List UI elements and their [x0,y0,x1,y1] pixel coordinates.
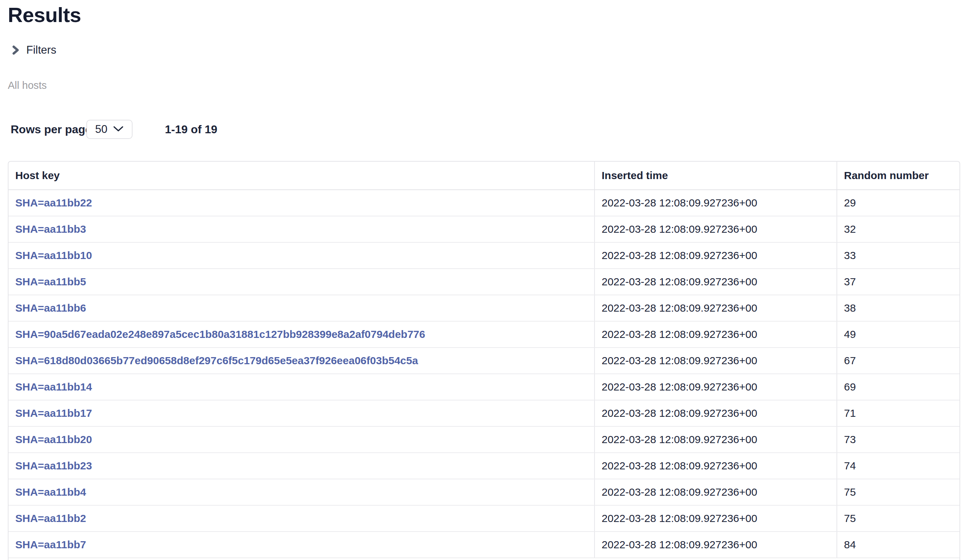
table-row: SHA=aa11bb17 2022-03-28 12:08:09.927236+… [8,400,960,426]
random-number-cell: 29 [837,190,960,216]
host-key-link[interactable]: SHA=aa11bb10 [15,249,92,261]
host-key-link[interactable]: SHA=aa11bb2 [15,512,86,524]
random-number-cell: 74 [837,453,960,479]
results-table: Host key Inserted time Random number SHA… [8,161,960,560]
host-key-link[interactable]: SHA=aa11bb20 [15,434,92,445]
random-number-cell: 69 [837,374,960,400]
inserted-time-cell: 2022-03-28 12:08:09.927236+00 [595,348,837,374]
inserted-time-cell: 2022-03-28 12:08:09.927236+00 [595,479,837,505]
host-key-link[interactable]: SHA=618d80d03665b77ed90658d8ef297c6f5c17… [15,355,418,366]
page-title: Results [8,2,81,28]
table-row: SHA=aa11bb3 2022-03-28 12:08:09.927236+0… [8,216,960,242]
table-row: SHA=90a5d67eada02e248e897a5cec1b80a31881… [8,321,960,348]
rows-per-page-select[interactable]: 50 [86,120,133,139]
table-row: SHA=aa11bb20 2022-03-28 12:08:09.927236+… [8,426,960,453]
host-key-link[interactable]: SHA=aa11bb4 [15,486,86,498]
table-body: SHA=aa11bb22 2022-03-28 12:08:09.927236+… [8,190,960,558]
table-row: SHA=aa11bb10 2022-03-28 12:08:09.927236+… [8,242,960,268]
inserted-time-cell: 2022-03-28 12:08:09.927236+00 [595,532,837,558]
random-number-cell: 32 [837,216,960,242]
column-header-inserted-time: Inserted time [595,162,837,190]
table-row: SHA=aa11bb5 2022-03-28 12:08:09.927236+0… [8,268,960,295]
chevron-right-icon [12,45,20,55]
random-number-cell: 73 [837,426,960,453]
host-key-link[interactable]: SHA=aa11bb17 [15,407,92,419]
inserted-time-cell: 2022-03-28 12:08:09.927236+00 [595,295,837,321]
table-row: SHA=aa11bb23 2022-03-28 12:08:09.927236+… [8,453,960,479]
column-header-host-key: Host key [8,162,595,190]
host-key-link[interactable]: SHA=aa11bb22 [15,197,92,209]
hosts-scope-label: All hosts [8,80,47,91]
random-number-cell: 37 [837,268,960,295]
random-number-cell: 84 [837,532,960,558]
table-row: SHA=aa11bb7 2022-03-28 12:08:09.927236+0… [8,532,960,558]
filters-label: Filters [25,44,56,56]
inserted-time-cell: 2022-03-28 12:08:09.927236+00 [595,268,837,295]
inserted-time-cell: 2022-03-28 12:08:09.927236+00 [595,426,837,453]
host-key-link[interactable]: SHA=aa11bb3 [15,223,86,235]
chevron-down-icon [113,126,124,133]
rows-per-page-value: 50 [95,123,107,136]
host-key-link[interactable]: SHA=aa11bb7 [15,538,86,550]
column-header-random-number: Random number [837,162,960,190]
host-key-link[interactable]: SHA=90a5d67eada02e248e897a5cec1b80a31881… [15,328,425,340]
pagination-bar: Rows per page 50 1-19 of 19 [0,120,968,139]
table-row: SHA=aa11bb22 2022-03-28 12:08:09.927236+… [8,190,960,216]
inserted-time-cell: 2022-03-28 12:08:09.927236+00 [595,453,837,479]
table-row: SHA=618d80d03665b77ed90658d8ef297c6f5c17… [8,348,960,374]
table-row: SHA=aa11bb2 2022-03-28 12:08:09.927236+0… [8,505,960,532]
table-row: SHA=aa11bb6 2022-03-28 12:08:09.927236+0… [8,295,960,321]
inserted-time-cell: 2022-03-28 12:08:09.927236+00 [595,190,837,216]
random-number-cell: 49 [837,321,960,348]
inserted-time-cell: 2022-03-28 12:08:09.927236+00 [595,505,837,532]
host-key-link[interactable]: SHA=aa11bb5 [15,276,86,287]
random-number-cell: 67 [837,348,960,374]
inserted-time-cell: 2022-03-28 12:08:09.927236+00 [595,374,837,400]
inserted-time-cell: 2022-03-28 12:08:09.927236+00 [595,321,837,348]
table-header-row: Host key Inserted time Random number [8,162,960,190]
host-key-link[interactable]: SHA=aa11bb23 [15,460,92,472]
host-key-link[interactable]: SHA=aa11bb14 [15,381,92,393]
inserted-time-cell: 2022-03-28 12:08:09.927236+00 [595,242,837,268]
inserted-time-cell: 2022-03-28 12:08:09.927236+00 [595,400,837,426]
rows-per-page-label: Rows per page [11,120,92,139]
table-row: SHA=aa11bb14 2022-03-28 12:08:09.927236+… [8,374,960,400]
pagination-range: 1-19 of 19 [165,120,217,139]
random-number-cell: 75 [837,479,960,505]
random-number-cell: 38 [837,295,960,321]
random-number-cell: 71 [837,400,960,426]
inserted-time-cell: 2022-03-28 12:08:09.927236+00 [595,216,837,242]
host-key-link[interactable]: SHA=aa11bb6 [15,302,86,314]
random-number-cell: 33 [837,242,960,268]
random-number-cell: 75 [837,505,960,532]
table-row: SHA=aa11bb4 2022-03-28 12:08:09.927236+0… [8,479,960,505]
filters-toggle[interactable]: Filters [12,44,56,56]
